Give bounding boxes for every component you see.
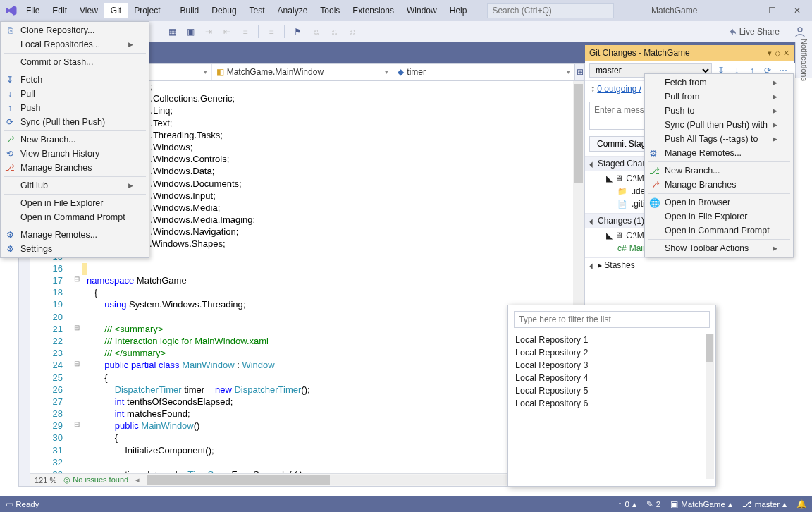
status-branch[interactable]: ⎇ master ▴ — [742, 499, 787, 509]
git-new-branch[interactable]: ⎇New Branch... — [1, 133, 149, 147]
git-settings[interactable]: ⚙Settings — [1, 242, 149, 256]
git-clone[interactable]: ⎘Clone Repository... — [1, 23, 149, 37]
title-bar: File Edit View Git Project Build Debug T… — [0, 0, 812, 21]
git-pull[interactable]: ↓Pull — [1, 87, 149, 101]
notifications-label: Notifications — [800, 39, 808, 81]
clone-icon: ⎘ — [5, 25, 15, 35]
minimize-button[interactable]: — — [734, 2, 758, 19]
menu-bar: File Edit View Git Project Build Debug T… — [20, 3, 473, 18]
show-toolbar-actions[interactable]: Show Toolbar Actions▶ — [645, 241, 793, 255]
menu-debug[interactable]: Debug — [205, 3, 242, 18]
open-browser[interactable]: 🌐Open in Browser — [645, 195, 793, 209]
git-commit-stash[interactable]: Commit or Stash... — [1, 55, 149, 69]
git-panel-title: Git Changes - MatchGame — [589, 48, 690, 58]
status-changes[interactable]: ✎ 2 — [646, 499, 660, 509]
menu-extensions[interactable]: Extensions — [346, 3, 400, 18]
close-button[interactable]: ✕ — [785, 2, 809, 19]
git-history[interactable]: ⟲View Branch History — [1, 147, 149, 161]
dropdown-icon[interactable]: ▾ — [768, 49, 772, 58]
branch-icon: ⎇ — [649, 166, 659, 176]
svg-point-0 — [798, 28, 802, 32]
menu-edit[interactable]: Edit — [46, 3, 73, 18]
user-icon[interactable] — [792, 24, 808, 39]
git-sync[interactable]: ⟳Sync (Pull then Push) — [1, 115, 149, 129]
git-manage-remotes[interactable]: ⚙Manage Remotes... — [1, 228, 149, 242]
push-to[interactable]: Push to▶ — [645, 104, 793, 118]
open-cmd[interactable]: Open in Command Prompt — [645, 224, 793, 238]
notifications-tab[interactable]: Notifications — [795, 42, 812, 78]
toolbar-icon[interactable]: ⇥ — [201, 24, 216, 39]
toolbar-icon[interactable]: ≡ — [264, 24, 279, 39]
pin-icon[interactable]: ◇ — [775, 49, 780, 58]
toolbar-icon[interactable]: ⎌ — [326, 24, 342, 39]
zoom-level[interactable]: 121 % — [35, 476, 56, 484]
menu-build[interactable]: Build — [174, 3, 206, 18]
git-panel-header[interactable]: Git Changes - MatchGame ▾ ◇ ✕ — [585, 45, 794, 61]
repo-item[interactable]: Local Repository 3 — [515, 359, 708, 372]
field-icon: ◆ — [398, 67, 404, 77]
flag-icon[interactable]: ⚑ — [290, 24, 305, 39]
toolbar-icon[interactable]: ▣ — [183, 24, 198, 39]
manage-branches[interactable]: ⎇Manage Branches — [645, 178, 793, 192]
toolbar-icon[interactable]: ▦ — [164, 24, 180, 39]
toolbar-icon[interactable]: ⎌ — [345, 24, 360, 39]
toolbar-icon[interactable]: ⇤ — [219, 24, 235, 39]
open-explorer[interactable]: Open in File Explorer — [645, 209, 793, 224]
menu-project[interactable]: Project — [128, 3, 166, 18]
menu-test[interactable]: Test — [243, 3, 271, 18]
bell-icon[interactable]: 🔔 — [796, 499, 806, 509]
nav-class[interactable]: ◧MatchGame.MainWindow▾ — [212, 64, 394, 80]
status-project[interactable]: ▣ MatchGame ▴ — [670, 499, 732, 509]
close-icon[interactable]: ✕ — [783, 49, 789, 58]
repo-item[interactable]: Local Repository 4 — [515, 372, 708, 384]
menu-file[interactable]: File — [20, 3, 46, 18]
menu-analyze[interactable]: Analyze — [271, 3, 314, 18]
manage-remotes[interactable]: ⚙Manage Remotes... — [645, 146, 793, 160]
git-local-repos[interactable]: Local Repositories...▶ — [1, 37, 149, 51]
popup-scrollbar[interactable] — [706, 334, 714, 479]
nav-member[interactable]: ◆timer▾ — [393, 64, 574, 80]
branch-icon: ⎇ — [5, 135, 15, 145]
history-icon: ⟲ — [5, 149, 15, 159]
git-open-explorer[interactable]: Open in File Explorer — [1, 196, 149, 210]
search-input[interactable] — [487, 3, 614, 18]
horizontal-scrollbar[interactable] — [147, 475, 540, 485]
maximize-button[interactable]: ☐ — [760, 2, 784, 19]
repo-list: Local Repository 1 Local Repository 2 Lo… — [508, 334, 715, 475]
menu-help[interactable]: Help — [443, 3, 474, 18]
live-share-label: Live Share — [739, 27, 780, 37]
sync-with[interactable]: Sync (Pull then Push) with▶ — [645, 118, 793, 132]
issues-status[interactable]: ◎ No issues found — [63, 475, 128, 484]
live-share-button[interactable]: Live Share — [721, 25, 785, 38]
git-manage-branches[interactable]: ⎇Manage Branches — [1, 161, 149, 175]
globe-icon: 🌐 — [649, 197, 659, 208]
pull-icon: ↓ — [5, 89, 15, 99]
repo-filter-input[interactable] — [514, 311, 710, 328]
menu-view[interactable]: View — [73, 3, 104, 18]
status-bar: ▭ Ready ↑ 0 ▴ ✎ 2 ▣ MatchGame ▴ ⎇ master… — [0, 496, 812, 512]
new-branch[interactable]: ⎇New Branch... — [645, 164, 793, 178]
toolbar-icon[interactable]: ≡ — [238, 24, 253, 39]
pull-from[interactable]: Pull from▶ — [645, 90, 793, 104]
menu-tools[interactable]: Tools — [314, 3, 346, 18]
class-icon: ◧ — [216, 67, 224, 77]
toolbar-icon[interactable]: ⎌ — [308, 24, 324, 39]
vs-logo — [3, 2, 20, 19]
git-open-cmd[interactable]: Open in Command Prompt — [1, 210, 149, 224]
menu-window[interactable]: Window — [400, 3, 443, 18]
repo-item[interactable]: Local Repository 2 — [515, 346, 708, 359]
repo-item[interactable]: Local Repository 6 — [515, 397, 708, 410]
status-outgoing[interactable]: ↑ 0 ▴ — [618, 499, 636, 509]
git-fetch[interactable]: ↧Fetch — [1, 73, 149, 87]
fetch-from[interactable]: Fetch from▶ — [645, 75, 793, 90]
editor-status-strip: 121 % ◎ No issues found ◂ ▸ Ln: 16 — [30, 473, 584, 486]
split-icon[interactable]: ⊞ — [575, 63, 585, 80]
stashes-header[interactable]: ▸ Stashes — [585, 257, 794, 272]
menu-git[interactable]: Git — [104, 3, 128, 18]
push-tags[interactable]: Push All Tags (--tags) to▶ — [645, 132, 793, 146]
repo-item[interactable]: Local Repository 1 — [515, 334, 708, 346]
git-push[interactable]: ↑Push — [1, 101, 149, 115]
repo-item[interactable]: Local Repository 5 — [515, 384, 708, 397]
branches-icon: ⎇ — [5, 163, 15, 173]
git-github[interactable]: GitHub▶ — [1, 178, 149, 193]
